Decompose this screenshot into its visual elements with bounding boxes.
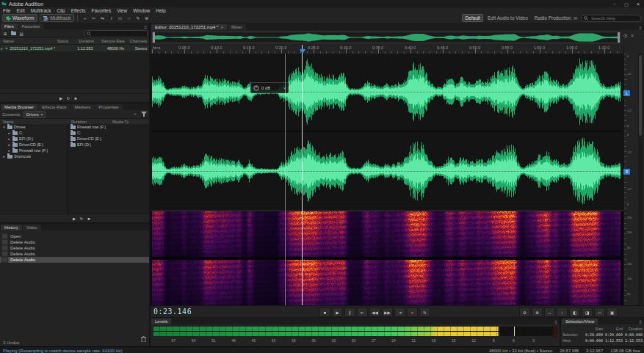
tab-favorites[interactable]: Favorites — [18, 23, 44, 29]
menu-favorites[interactable]: Favorites — [88, 7, 114, 13]
gain-hud[interactable]: 0 dB ▾ — [250, 82, 289, 93]
media-tree-item[interactable]: ▸Firewall row (F:) — [0, 148, 68, 153]
time-selection-tool-icon[interactable]: I — [107, 15, 115, 22]
zoom-selection-right-button[interactable]: ◨ — [582, 307, 593, 317]
stop-button[interactable]: ■ — [319, 307, 330, 317]
col-status[interactable]: Status — [57, 39, 73, 43]
preview-loop-icon[interactable]: ↻ — [65, 95, 72, 101]
pause-button[interactable]: ∥ — [344, 307, 355, 317]
editor-panel-menu-icon[interactable]: ≡ — [637, 26, 644, 30]
media-list-item[interactable]: C: — [68, 130, 149, 136]
filter-funnel-icon[interactable] — [141, 112, 147, 117]
menu-view[interactable]: View — [114, 7, 130, 13]
tab-markers[interactable]: Markers — [71, 104, 95, 110]
skip-to-start-button[interactable]: ⇤ — [357, 307, 368, 317]
history-item[interactable]: Delete Audio — [0, 245, 149, 251]
zoom-selection-left-button[interactable]: ◧ — [569, 307, 580, 317]
tree-caret-icon[interactable]: ▾ — [2, 125, 6, 129]
zoom-vertical-button[interactable]: ↕ — [557, 307, 568, 317]
media-tree-item[interactable]: ▸DriverCD (E:) — [0, 142, 68, 148]
clip-indicator-right[interactable] — [553, 332, 557, 338]
menu-effects[interactable]: Effects — [68, 7, 89, 13]
zoom-in-horizontal-button[interactable]: ⊕ — [532, 307, 543, 317]
tab-media-browser[interactable]: Media Browser — [1, 104, 37, 110]
media-list-item[interactable]: Firewall row (F:) — [68, 124, 149, 130]
menu-help[interactable]: Help — [153, 7, 168, 13]
expand-caret-icon[interactable]: ▸ — [0, 46, 4, 51]
menu-window[interactable]: Window — [130, 7, 153, 13]
tab-files[interactable]: Files — [1, 23, 18, 29]
move-tool-icon[interactable]: + — [81, 15, 89, 22]
lasso-selection-tool-icon[interactable]: ○ — [125, 15, 133, 22]
tab-selection-view[interactable]: Selection/View — [562, 319, 598, 324]
workspace-radio-production[interactable]: Radio Production — [532, 15, 574, 21]
trash-icon[interactable] — [141, 332, 146, 345]
workspace-edit-audio-to-video[interactable]: Edit Audio to Video — [485, 15, 530, 21]
tree-caret-icon[interactable]: ▸ — [2, 154, 6, 159]
preview-stop-icon[interactable]: ■ — [85, 215, 93, 222]
col-sample-rate[interactable]: Sample Rate — [96, 39, 127, 43]
level-meter[interactable] — [153, 327, 554, 336]
zoom-out-full-button[interactable]: ↔ — [544, 307, 555, 317]
media-tree-item[interactable]: ▸Shortcuts — [0, 153, 68, 159]
tree-caret-icon[interactable]: ▸ — [7, 137, 11, 141]
paintbrush-selection-tool-icon[interactable]: ✎ — [134, 15, 142, 22]
zoom-selection-button[interactable]: ▭ — [594, 307, 605, 317]
record-button[interactable]: ● — [407, 307, 418, 317]
new-content-icon[interactable]: ▤ — [18, 30, 25, 37]
preview-play-icon[interactable]: ▶ — [57, 95, 65, 101]
media-list-item[interactable]: EFI (D:) — [68, 142, 149, 148]
rewind-button[interactable]: ◀◀ — [369, 307, 380, 317]
levels-panel-menu-icon[interactable]: ≡ — [552, 320, 560, 324]
channel-badge-l[interactable]: L — [623, 90, 630, 96]
current-time-display[interactable]: 0:23.146 — [153, 307, 192, 316]
navigator-right-handle[interactable] — [618, 32, 620, 43]
file-row[interactable]: ▸ 20251210_172251.mp4 * 1:12.553 48000 H… — [0, 45, 149, 51]
selection-duration[interactable]: 0:00.000 — [624, 332, 644, 337]
playhead-handle[interactable] — [300, 49, 305, 54]
minimize-button[interactable]: – — [609, 0, 621, 7]
preview-play-icon[interactable]: ▶ — [70, 215, 78, 222]
tab-video[interactable]: Video — [23, 225, 41, 230]
files-panel-menu-icon[interactable]: ≡ — [142, 25, 149, 29]
navigator-waveform[interactable] — [153, 32, 620, 43]
play-button[interactable]: ▶ — [332, 307, 343, 317]
tab-levels[interactable]: Levels — [151, 319, 171, 324]
tree-caret-icon[interactable]: ▸ — [7, 142, 11, 147]
tab-properties[interactable]: Properties — [95, 104, 122, 110]
media-tree-item[interactable]: ▾Drives — [0, 124, 68, 130]
history-item[interactable]: Delete Audio — [0, 257, 149, 263]
tab-close-icon[interactable]: × — [220, 25, 223, 29]
marquee-selection-tool-icon[interactable]: ▭ — [116, 15, 124, 22]
tab-effects-rack[interactable]: Effects Rack — [38, 104, 70, 110]
channel-divider[interactable] — [152, 131, 621, 132]
menu-clip[interactable]: Clip — [54, 7, 68, 13]
razor-tool-icon[interactable]: ✂ — [90, 15, 98, 22]
view-end[interactable]: 1:12.553 — [604, 338, 624, 343]
import-file-icon[interactable]: ⊞ — [1, 30, 9, 37]
loop-playback-button[interactable]: ↻ — [419, 307, 430, 317]
history-item[interactable]: Delete Audio — [0, 239, 149, 245]
maximize-button[interactable]: ▢ — [621, 0, 632, 7]
selection-start[interactable]: 0:20.609 — [585, 332, 604, 337]
spectrogram-display[interactable] — [151, 211, 635, 305]
zoom-out-horizontal-button[interactable]: ⊖ — [519, 307, 530, 317]
files-search-input[interactable] — [93, 31, 144, 37]
navigator-left-handle[interactable] — [153, 32, 155, 43]
open-file-icon[interactable] — [10, 30, 17, 37]
media-tree-item[interactable]: ▸EFI (D:) — [0, 136, 68, 142]
col-channels[interactable]: Channels — [127, 39, 149, 43]
zoom-reset-button[interactable]: ▣ — [607, 307, 618, 317]
preview-loop-icon[interactable]: ↻ — [78, 215, 85, 222]
scrollbar-thumb[interactable] — [639, 55, 642, 136]
fast-forward-button[interactable]: ▶▶ — [382, 307, 393, 317]
selection-view-menu-icon[interactable]: ≡ — [637, 320, 644, 324]
tab-history[interactable]: History — [1, 225, 22, 230]
menu-multitrack[interactable]: Multitrack — [28, 7, 54, 13]
channel-badge-r[interactable]: R — [623, 169, 630, 175]
view-duration[interactable]: 1:12.553 — [624, 338, 644, 343]
spectrogram-canvas[interactable] — [152, 211, 621, 305]
col-name[interactable]: Name — [0, 39, 57, 43]
waveform-view-button[interactable]: Waveform — [2, 14, 37, 22]
slip-tool-icon[interactable]: ⇆ — [98, 15, 106, 22]
